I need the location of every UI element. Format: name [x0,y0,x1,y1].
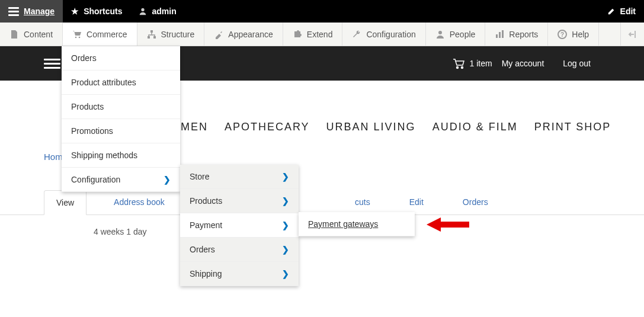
dropdown-item-promotions[interactable]: Promotions [62,119,180,143]
navitem-apothecary[interactable]: APOTHECARY [225,121,310,133]
pencil-icon [607,7,616,15]
svg-point-1 [75,36,77,38]
commerce-dropdown: Orders Product attributes Products Promo… [62,46,180,192]
dropdown-item-payment[interactable]: Payment❯ [180,213,299,236]
admin-item-label: Commerce [86,30,127,39]
cart-icon [452,57,465,69]
dropdown-item-payment-gateways[interactable]: Payment gateways [299,212,415,236]
tab-orders[interactable]: Orders [451,190,500,214]
svg-text:?: ? [560,31,564,38]
shortcuts-label: Shortcuts [84,7,122,16]
manage-label: Manage [24,7,55,16]
puzzle-icon [293,30,302,39]
svg-rect-5 [153,36,156,39]
admin-item-label: Structure [161,30,195,39]
site-menu-button[interactable] [44,59,60,69]
admin-item-label: Reports [509,30,538,39]
navitem-print-shop[interactable]: PRINT SHOP [534,121,611,133]
admin-item-people[interactable]: People [426,23,486,46]
admin-label: admin [152,7,176,16]
chevron-right-icon: ❯ [164,175,171,184]
star-icon: ★ [71,7,79,16]
tab-view[interactable]: View [44,190,86,215]
hamburger-icon [8,7,19,16]
navitem-men[interactable]: MEN [181,121,208,133]
structure-icon [147,30,156,39]
configuration-dropdown: Store❯ Products❯ Payment❯ Orders❯ Shippi… [180,165,299,236]
wrench-icon [352,30,361,39]
admin-item-commerce[interactable]: Commerce [63,23,137,46]
user-icon [139,7,147,15]
svg-point-12 [456,67,458,69]
dropdown-item-product-attributes[interactable]: Product attributes [62,71,180,95]
annotation-arrow-icon [427,216,469,233]
admin-item-label: Extend [307,30,333,39]
admin-item-extend[interactable]: Extend [283,23,343,46]
admin-item-label: Help [572,30,589,39]
shortcuts-button[interactable]: ★ Shortcuts [63,0,130,23]
manage-button[interactable]: Manage [0,0,63,23]
svg-rect-4 [148,36,150,39]
edit-button[interactable]: Edit [599,0,644,23]
chevron-right-icon: ❯ [282,220,289,230]
cart-icon [72,30,82,39]
my-account-link[interactable]: My account [492,59,554,68]
document-icon [9,30,19,39]
navitem-audio-film[interactable]: AUDIO & FILM [432,121,518,133]
svg-marker-15 [427,217,469,232]
svg-rect-9 [502,30,504,38]
svg-rect-7 [496,34,498,38]
admin-item-configuration[interactable]: Configuration [342,23,425,46]
svg-point-13 [461,67,463,69]
cart-link[interactable]: 1 item [452,57,492,69]
admin-item-appearance[interactable]: Appearance [204,23,283,46]
chevron-right-icon: ❯ [282,196,289,206]
admin-item-help[interactable]: ? Help [548,23,599,46]
collapse-button[interactable] [620,23,644,46]
tab-partial-2[interactable]: cuts [343,190,382,214]
admin-item-reports[interactable]: Reports [485,23,548,46]
dropdown-item-orders[interactable]: Orders [62,46,180,71]
dropdown-item-shipping-methods[interactable]: Shipping methods [62,143,180,168]
dropdown-item-products[interactable]: Products [62,95,180,119]
dropdown-item-store[interactable]: Store❯ [180,165,299,189]
svg-rect-3 [150,30,153,33]
collapse-icon [628,30,637,39]
dropdown-item-products2[interactable]: Products❯ [180,189,299,213]
toolbar-top: Manage ★ Shortcuts admin Edit [0,0,644,23]
tab-address-book[interactable]: Address book [102,190,177,214]
admin-item-content[interactable]: Content [0,23,63,46]
tab-edit[interactable]: Edit [398,190,435,214]
admin-user-button[interactable]: admin [130,0,184,23]
logout-link[interactable]: Log out [553,59,600,68]
svg-point-6 [438,31,442,34]
admin-item-structure[interactable]: Structure [137,23,205,46]
chevron-right-icon: ❯ [282,172,289,181]
admin-item-label: People [450,30,476,39]
people-icon [435,30,445,39]
toolbar-admin: Content Commerce Structure Appearance Ex… [0,23,644,46]
admin-item-label: Appearance [228,30,273,39]
svg-point-2 [79,36,81,38]
admin-item-label: Content [24,30,53,39]
cart-count: 1 item [470,59,492,68]
navitem-urban-living[interactable]: URBAN LIVING [326,121,416,133]
chart-icon [495,30,504,39]
help-icon: ? [558,30,567,39]
appearance-icon [214,30,223,39]
svg-rect-8 [499,32,501,38]
admin-item-label: Configuration [366,30,415,39]
svg-point-0 [142,8,145,11]
dropdown-item-configuration[interactable]: Configuration❯ [62,168,180,192]
edit-label: Edit [620,7,636,16]
payment-dropdown: Payment gateways [299,212,415,236]
